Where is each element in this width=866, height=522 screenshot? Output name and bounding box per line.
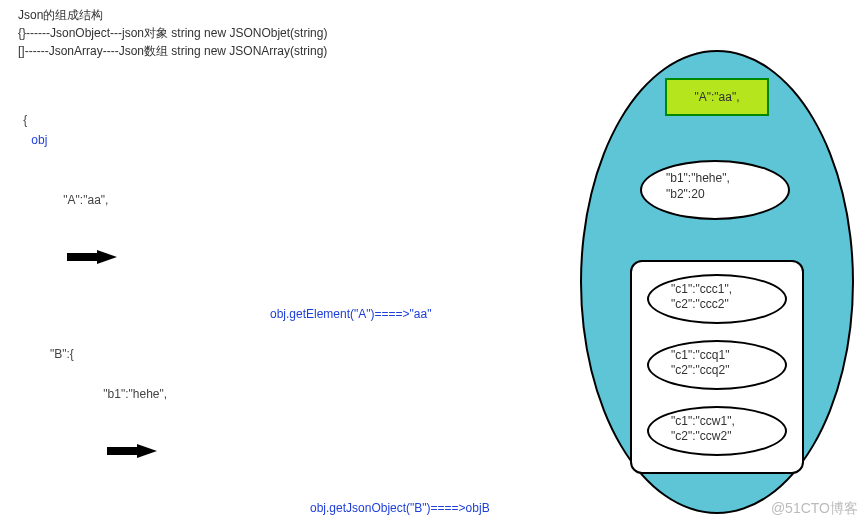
line-b1: "b1":"hehe", obj.getJsonObject("B")====>… bbox=[90, 364, 570, 522]
e2-line1: "c1":"ccq1" bbox=[671, 348, 785, 363]
e3-line1: "c1":"ccw1", bbox=[671, 414, 785, 429]
code-area: { obj "A":"aa", obj.getElement("A")====>… bbox=[10, 90, 570, 522]
ellipse-c1: "c1":"ccc1", "c2":"ccc2" bbox=[647, 274, 787, 324]
annotation-a: obj.getElement("A")====>"aa" bbox=[270, 304, 431, 324]
annotation-b1: obj.getJsonObject("B")====>objB bbox=[310, 498, 490, 518]
arrow-icon bbox=[67, 210, 117, 304]
green-box: "A":"aa", bbox=[665, 78, 769, 116]
open-brace: { obj bbox=[10, 90, 570, 170]
line-b-open: "B":{ bbox=[50, 344, 570, 364]
watermark: @51CTO博客 bbox=[771, 500, 858, 518]
ellipse-b-line1: "b1":"hehe", bbox=[666, 170, 788, 186]
header-title: Json的组成结构 bbox=[18, 6, 856, 24]
header-line1: {}------JsonObject---json对象 string new J… bbox=[18, 24, 856, 42]
svg-marker-1 bbox=[107, 444, 157, 458]
svg-marker-0 bbox=[67, 250, 117, 264]
array-rect: "c1":"ccc1", "c2":"ccc2" "c1":"ccq1" "c2… bbox=[630, 260, 804, 474]
line-a: "A":"aa", obj.getElement("A")====>"aa" bbox=[50, 170, 570, 344]
e2-line2: "c2":"ccq2" bbox=[671, 363, 785, 378]
obj-label: obj bbox=[31, 133, 47, 147]
e1-line2: "c2":"ccc2" bbox=[671, 297, 785, 312]
arrow-icon bbox=[107, 404, 157, 498]
e3-line2: "c2":"ccw2" bbox=[671, 429, 785, 444]
ellipse-b: "b1":"hehe", "b2":20 bbox=[640, 160, 790, 220]
diagram: "A":"aa", "b1":"hehe", "b2":20 "c1":"ccc… bbox=[580, 50, 850, 510]
ellipse-c2: "c1":"ccq1" "c2":"ccq2" bbox=[647, 340, 787, 390]
e1-line1: "c1":"ccc1", bbox=[671, 282, 785, 297]
ellipse-c3: "c1":"ccw1", "c2":"ccw2" bbox=[647, 406, 787, 456]
ellipse-b-line2: "b2":20 bbox=[666, 186, 788, 202]
